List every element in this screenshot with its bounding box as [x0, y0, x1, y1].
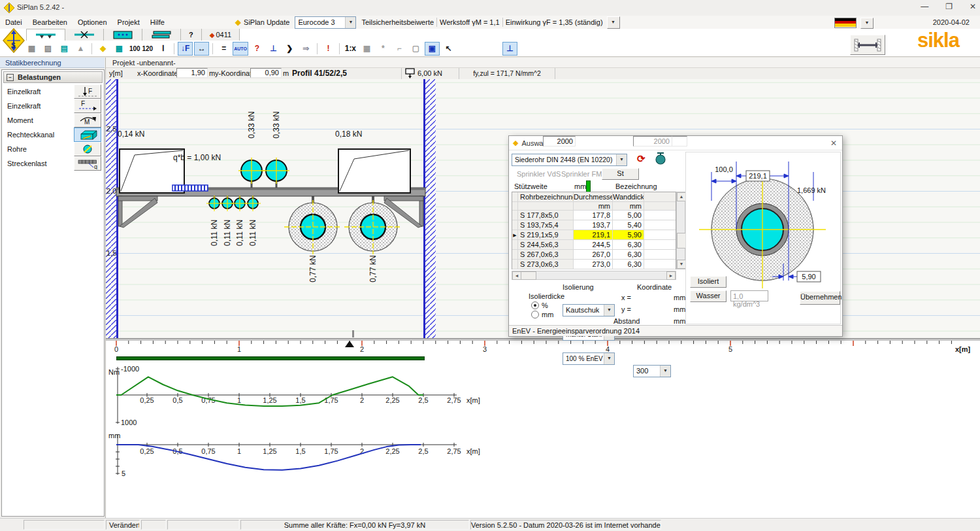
- blue-square-icon[interactable]: ▣: [425, 42, 440, 56]
- tab-0411[interactable]: ◆ 0411: [202, 29, 240, 41]
- scroll-right-icon[interactable]: ►: [666, 271, 676, 280]
- flag-dropdown-button[interactable]: ▼: [860, 18, 874, 29]
- position-marker[interactable]: [345, 341, 354, 347]
- radio-icon[interactable]: [531, 311, 539, 318]
- scale-icon[interactable]: 1:x: [343, 42, 358, 56]
- radio-mm[interactable]: mm: [531, 311, 553, 318]
- streckenlast-button[interactable]: q: [74, 156, 101, 171]
- scrollbar-thumb[interactable]: [677, 233, 686, 248]
- refresh-icon[interactable]: ⟳: [637, 153, 645, 165]
- scroll-left-icon[interactable]: ◄: [512, 271, 521, 280]
- beam-view-button[interactable]: [850, 35, 885, 55]
- force-vertical-button[interactable]: F: [74, 84, 101, 99]
- belastungen-group-header[interactable]: − Belastungen: [3, 71, 103, 83]
- cell-rohrbezeichnung[interactable]: S 177,8x5,0: [518, 211, 574, 220]
- row-select-marker[interactable]: ▶: [512, 230, 518, 240]
- radio-percent[interactable]: %: [531, 301, 548, 309]
- tab-cut[interactable]: [65, 29, 104, 41]
- sidebar-item-einzelkraft-h[interactable]: Einzelkraft F: [2, 99, 104, 113]
- cell-durchmesser[interactable]: 267,0: [574, 250, 613, 260]
- dialog-close-icon[interactable]: ✕: [830, 139, 837, 148]
- table-row[interactable]: S 177,8x5,0177,85,00: [512, 211, 676, 220]
- moment-button[interactable]: M: [74, 113, 101, 128]
- cell-wanddicke[interactable]: 5,40: [613, 220, 644, 230]
- force-horizontal-button[interactable]: F: [74, 99, 101, 113]
- chevron-down-icon[interactable]: ▼: [660, 366, 670, 377]
- rohre-button[interactable]: [74, 142, 101, 156]
- cell-durchmesser[interactable]: 219,1: [574, 230, 613, 240]
- corner-icon[interactable]: ⌐: [392, 42, 407, 56]
- sidebar-item-streckenlast[interactable]: Streckenlast q: [2, 156, 104, 171]
- col-wanddicke[interactable]: Wanddicke: [613, 192, 644, 202]
- span-arrows-icon[interactable]: ↔: [194, 42, 209, 56]
- chevron-right-icon[interactable]: ❯: [282, 42, 297, 56]
- x-coordinate-input[interactable]: 1,90: [176, 68, 208, 78]
- row-select-marker[interactable]: [512, 250, 518, 260]
- sprinkler-vds-label[interactable]: Sprinkler VdS: [517, 170, 561, 178]
- sidebar-item-einzelkraft-v[interactable]: Einzelkraft F: [2, 84, 104, 99]
- duct-stack-icon[interactable]: ▤: [57, 42, 72, 56]
- menu-projekt[interactable]: Projekt: [112, 17, 145, 27]
- cell-wanddicke[interactable]: 6,30: [613, 250, 644, 260]
- cell-durchmesser[interactable]: 177,8: [574, 211, 613, 220]
- triangle-up-icon[interactable]: ▲: [73, 42, 88, 56]
- new-window-icon[interactable]: ▢: [408, 42, 423, 56]
- stuetzweite-input[interactable]: 2000: [543, 136, 576, 146]
- x-axis-ruler[interactable]: 012345 x[m]: [106, 336, 980, 356]
- radio-icon[interactable]: [531, 301, 539, 309]
- maximize-icon[interactable]: ❐: [945, 2, 953, 11]
- wasser-button[interactable]: Wasser: [690, 290, 727, 302]
- material-select[interactable]: Kautschuk▼: [563, 304, 615, 317]
- scroll-down-icon[interactable]: ▼: [677, 260, 686, 269]
- pallet-icon[interactable]: ▩: [112, 42, 127, 56]
- table-row[interactable]: S 193,7x5,4193,75,40: [512, 220, 676, 230]
- menu-datei[interactable]: Datei: [0, 17, 27, 27]
- pipe-table[interactable]: RohrbezeichnungDurchmesserWanddickemmmmS…: [512, 192, 676, 269]
- exclamation-icon[interactable]: !: [321, 42, 336, 56]
- chevron-down-icon[interactable]: ▼: [616, 154, 627, 165]
- tab-duct[interactable]: [104, 29, 142, 41]
- language-selector[interactable]: ▼: [834, 18, 874, 29]
- sidebar-item-moment[interactable]: Moment M: [2, 113, 104, 128]
- menu-optionen[interactable]: Optionen: [73, 17, 112, 27]
- auto-icon[interactable]: AUTO: [233, 42, 248, 56]
- cell-durchmesser[interactable]: 244,5: [574, 240, 613, 250]
- table-row[interactable]: S 244,5x6,3244,56,30: [512, 240, 676, 250]
- scroll-up-icon[interactable]: ▲: [677, 192, 686, 201]
- star-icon[interactable]: *: [376, 42, 391, 56]
- cell-wanddicke[interactable]: 6,30: [613, 260, 644, 269]
- isoliert-button[interactable]: Isoliert: [690, 276, 727, 288]
- eurocode-select[interactable]: Eurocode 3▼: [295, 16, 356, 29]
- menu-hilfe[interactable]: Hilfe: [145, 17, 170, 27]
- col-durchmesser[interactable]: Durchmesser: [574, 192, 613, 202]
- einwirkung-dropdown-button[interactable]: ▼: [607, 16, 620, 29]
- grid-icon[interactable]: ▦: [24, 42, 39, 56]
- werkstoff-label[interactable]: Werkstoff γM = 1,1: [440, 18, 500, 26]
- rect-duct-right[interactable]: [338, 149, 410, 193]
- collapse-icon[interactable]: −: [7, 74, 14, 81]
- valve-icon[interactable]: [654, 152, 667, 165]
- table-row[interactable]: ▶S 219,1x5,9219,15,90: [512, 230, 676, 240]
- table-row[interactable]: S 273,0x6,3273,06,30: [512, 260, 676, 269]
- chevron-down-icon[interactable]: ▼: [604, 305, 614, 316]
- abstand-select[interactable]: 300▼: [633, 365, 671, 377]
- einwirkung-label[interactable]: Einwirkung γF = 1,35 (ständig): [506, 18, 603, 26]
- arrow-right-icon[interactable]: ⇒: [299, 42, 314, 56]
- scrollbar-thumb[interactable]: [521, 271, 536, 280]
- cell-durchmesser[interactable]: 273,0: [574, 260, 613, 269]
- cell-wanddicke[interactable]: 5,90: [613, 230, 644, 240]
- cell-durchmesser[interactable]: 193,7: [574, 220, 613, 230]
- equals-icon[interactable]: =: [216, 42, 231, 56]
- row-select-marker[interactable]: [512, 220, 518, 230]
- close-icon[interactable]: ✕: [970, 2, 976, 11]
- fixpoint-button[interactable]: ⊥: [502, 42, 517, 56]
- sprinkler-fm-label[interactable]: Sprinkler FM: [561, 170, 602, 178]
- tab-beam[interactable]: [26, 29, 65, 41]
- table-row[interactable]: S 267,0x6,3267,06,30: [512, 250, 676, 260]
- row-select-marker[interactable]: [512, 260, 518, 269]
- red-question-icon[interactable]: ?: [250, 42, 265, 56]
- pipe-type-select[interactable]: Siederohr DIN 2448 (EN 10220)▼: [512, 154, 627, 166]
- teilsicherheit-button[interactable]: Teilsicherheitsbeiwerte: [361, 18, 434, 26]
- tab-help[interactable]: ?: [181, 29, 202, 41]
- cell-rohrbezeichnung[interactable]: S 193,7x5,4: [518, 220, 574, 230]
